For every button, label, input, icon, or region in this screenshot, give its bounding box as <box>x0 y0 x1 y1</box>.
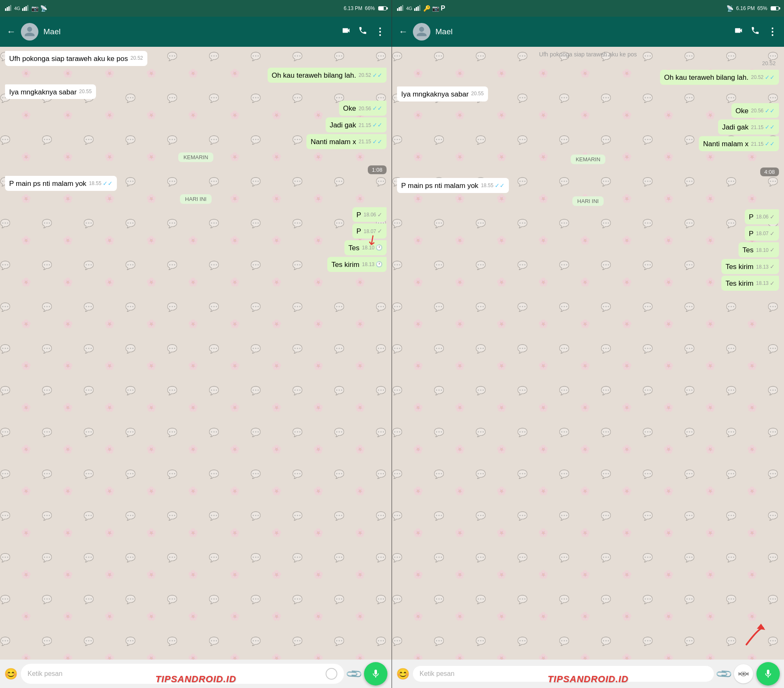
battery-icon <box>378 6 387 10</box>
msg-meta: 18.13 ✓ <box>756 263 775 271</box>
msg-meta: 18.13 🕐 <box>362 261 382 268</box>
msg-text: Tes kirim <box>726 279 754 287</box>
table-row: P 18.06 ✓ <box>397 209 779 224</box>
video-call-icon-left[interactable] <box>341 26 351 38</box>
msg-time: 18.55 <box>481 182 493 189</box>
table-row: P main ps nti malam yok 18.55 ✓✓ <box>5 176 387 191</box>
contact-name-left[interactable]: Mael <box>43 27 336 36</box>
emoji-button-right[interactable]: 😊 <box>396 668 410 680</box>
video-call-icon-right[interactable] <box>734 26 743 38</box>
back-button-right[interactable]: ← <box>399 26 408 37</box>
table-row: Nanti malam x 21.15 ✓✓ <box>397 136 779 151</box>
msg-meta: 21.15 ✓✓ <box>751 140 775 148</box>
msg-bubble-sent: Nanti malam x 21.15 ✓✓ <box>699 136 779 151</box>
video-record-icon-right: 📷 <box>432 5 439 12</box>
msg-bubble-sent: Tes kirim 18.13 🕐 <box>327 257 387 272</box>
chat-body-left[interactable]: Ufh pokonga siap taraweh aku ke pos 20.5… <box>0 47 392 660</box>
svg-rect-3 <box>10 5 11 11</box>
msg-meta: 18.55 ✓✓ <box>481 182 505 190</box>
msg-meta: 18.10 ✓ <box>756 246 775 254</box>
msg-meta: 20.56 ✓✓ <box>359 104 382 113</box>
message-input-right[interactable]: Ketik pesan <box>413 666 714 682</box>
tick-icon: ✓✓ <box>765 107 775 115</box>
chat-header-right: ← Mael ⋮ <box>392 17 784 47</box>
msg-text: Oke <box>736 107 749 115</box>
signal-icon <box>5 5 13 12</box>
battery-percent-right: 65% <box>757 5 767 11</box>
status-left-icons: 4G 📷 📡 <box>5 5 47 12</box>
mic-button-left[interactable] <box>364 662 387 685</box>
phone-call-icon-right[interactable] <box>751 26 760 38</box>
cast-icon: 📡 <box>40 5 47 12</box>
battery-percent: 66% <box>365 5 375 11</box>
msg-time: 21.15 <box>359 138 371 145</box>
tick-icon: ✓ <box>770 213 775 221</box>
msg-time: 18.13 <box>756 264 769 271</box>
msg-meta: 20.52 <box>130 55 143 62</box>
svg-rect-15 <box>419 5 420 11</box>
cast-icon-right: 📡 <box>726 5 733 12</box>
svg-rect-8 <box>397 8 398 11</box>
table-row: Iya mngkaknya sabar 20.55 <box>397 86 779 102</box>
tick-icon: ✓✓ <box>372 138 382 146</box>
date-divider-hariini-right: HARI INI <box>397 196 779 206</box>
msg-bubble-sent: Tes kirim 18.13 ✓ <box>721 276 779 291</box>
msg-text: P <box>357 211 361 219</box>
phone-call-icon-left[interactable] <box>358 26 367 38</box>
menu-icon-right[interactable]: ⋮ <box>767 26 777 38</box>
table-row: Nanti malam x 21.15 ✓✓ <box>5 134 387 149</box>
contact-avatar-right[interactable] <box>413 23 430 41</box>
msg-text: P <box>357 227 361 235</box>
msg-text: P <box>749 230 754 238</box>
date-label: KEMARIN <box>571 155 605 164</box>
msg-text: P main ps nti malam yok <box>9 180 86 188</box>
tick-icon: ✓ <box>377 211 382 219</box>
msg-bubble-received: P main ps nti malam yok 18.55 ✓✓ <box>5 176 117 191</box>
msg-time: 18.06 <box>364 211 376 218</box>
camera-button-right[interactable] <box>734 664 753 683</box>
msg-text: Ufh pokonga siap taraweh aku ke pos <box>9 55 128 63</box>
attach-button-right[interactable]: 📎 <box>715 665 733 683</box>
emoji-button-left[interactable]: 😊 <box>4 668 18 680</box>
input-circle-icon <box>326 668 337 680</box>
msg-text: Iya mngkaknya sabar <box>401 90 469 98</box>
key-icon-right: 🔑 <box>423 5 430 12</box>
message-input-left[interactable]: Ketik pesan <box>21 664 344 684</box>
tick-icon: ✓ <box>770 230 775 238</box>
msg-text: Tes kirim <box>726 263 754 271</box>
table-row: Tes kirim 18.13 🕐 <box>5 257 387 272</box>
msg-bubble-sent: Tes 18.10 ✓ <box>738 242 779 257</box>
msg-text: Nanti malam x <box>311 138 356 146</box>
table-row: P 18.07 ✓ <box>397 226 779 241</box>
chat-body-right[interactable]: Ufh pokonga siap taraweh aku ke pos 20.5… <box>392 47 784 660</box>
msg-bubble-sent: Oh kau teraweh bilang lah. 20.52 ✓✓ <box>660 70 779 85</box>
msg-meta: 18.06 ✓ <box>364 211 382 219</box>
mic-button-right[interactable] <box>756 662 780 685</box>
msg-time: 18.10 <box>756 247 769 254</box>
input-placeholder-right: Ketik pesan <box>420 670 707 678</box>
table-row: Tes kirim 18.13 ✓ <box>397 259 779 274</box>
date-divider-hariini-left: HARI INI <box>5 194 387 204</box>
msg-bubble-sent: P 18.06 ✓ <box>745 209 779 224</box>
svg-rect-10 <box>400 6 402 11</box>
menu-icon-left[interactable]: ⋮ <box>375 26 385 38</box>
msg-time: 18.06 <box>756 213 769 221</box>
attach-button-left[interactable]: 📎 <box>345 665 364 683</box>
msg-meta: 20.56 ✓✓ <box>751 107 775 115</box>
msg-text: Oh kau teraweh bilang lah. <box>664 74 749 81</box>
date-label: HARI INI <box>572 196 604 206</box>
table-row: Oh kau teraweh bilang lah. 20.52 ✓✓ <box>5 68 387 83</box>
table-row: P 18.06 ✓ <box>5 207 387 222</box>
contact-avatar-left[interactable] <box>21 23 38 41</box>
contact-name-right[interactable]: Mael <box>435 27 729 36</box>
msg-time: 20.52 <box>359 72 371 79</box>
header-icons-left: ⋮ <box>341 26 385 38</box>
tick-icon: ✓✓ <box>495 182 505 190</box>
back-button-left[interactable]: ← <box>7 26 16 37</box>
msg-text: P <box>749 213 754 221</box>
tick-icon: ✓✓ <box>372 121 382 129</box>
time-display-right: 6.16 PM <box>736 5 755 11</box>
time-label: 1:08 <box>368 165 387 174</box>
time-label: 4:08 <box>760 168 779 176</box>
status-right-info: 6.13 PM 66% <box>344 5 387 11</box>
